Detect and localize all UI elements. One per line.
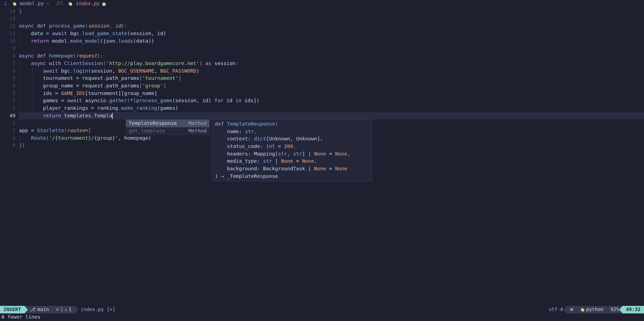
- tab-bar: 1. model.py ✕ 27. index.py ●: [0, 0, 644, 8]
- git-branch[interactable]: ⎇ main: [24, 306, 53, 313]
- text-cursor: [112, 113, 113, 119]
- code-area[interactable]: } async def process_game(session, id): │…: [19, 8, 644, 306]
- mode-indicator: INSERT: [0, 306, 24, 313]
- message: 8 fewer lines: [1, 313, 41, 321]
- tab-index-py[interactable]: 27. index.py ●: [53, 0, 110, 8]
- filename-indicator: index.py [+]: [75, 306, 119, 313]
- branch-icon: ⎇: [30, 306, 35, 313]
- cursor-position: 49:32: [623, 306, 644, 313]
- tab-number: 27.: [56, 0, 65, 8]
- current-line[interactable]: │ │ return templates.Templa: [19, 112, 644, 120]
- signature-help-popup: def TemplateResponse( name: str, context…: [212, 119, 372, 181]
- close-icon[interactable]: ✕: [46, 0, 49, 8]
- tab-number: 1.: [3, 0, 9, 8]
- completion-item[interactable]: get_template Method: [126, 127, 209, 135]
- python-icon: [12, 1, 17, 6]
- python-icon: [580, 307, 585, 312]
- python-icon: [68, 1, 73, 6]
- tab-model-py[interactable]: 1. model.py ✕: [0, 0, 53, 8]
- windows-icon: ⊞: [570, 306, 573, 313]
- status-line: INSERT ⎇ main ⊘1 ⚠1 index.py [+] utf-8 ⊞…: [0, 306, 644, 313]
- completion-popup[interactable]: TemplateResponse Method get_template Met…: [126, 119, 210, 135]
- warning-icon: ⚠: [64, 306, 67, 313]
- tab-filename: index.py: [75, 0, 100, 8]
- line-number-gutter: 14 13 12 11 10 9 8 7 6 5 4 3 2 1 49 1 2 …: [0, 8, 19, 306]
- error-icon: ⊘: [56, 306, 59, 313]
- tab-filename: model.py: [20, 0, 44, 8]
- completion-item[interactable]: TemplateResponse Method: [126, 120, 209, 127]
- filetype-indicator: python: [577, 306, 607, 313]
- editor[interactable]: 14 13 12 11 10 9 8 7 6 5 4 3 2 1 49 1 2 …: [0, 8, 644, 306]
- command-line[interactable]: 8 fewer lines: [0, 313, 644, 321]
